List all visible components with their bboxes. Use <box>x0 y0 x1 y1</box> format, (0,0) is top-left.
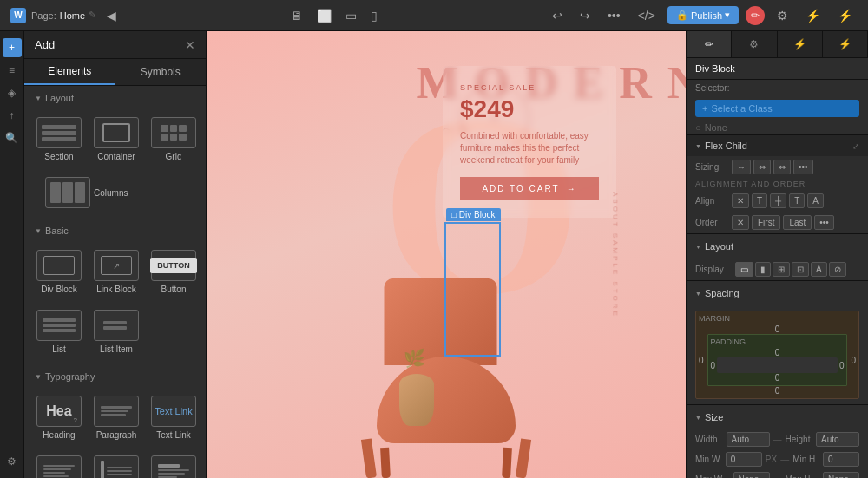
margin-top-value[interactable]: 0 <box>775 324 780 334</box>
canvas[interactable]: O MODERN ～～ R SPECIAL SALE $249 Combined… <box>207 31 686 478</box>
flex-child-collapse-icon[interactable]: ⤢ <box>852 141 859 151</box>
ecommerce-panel-button[interactable]: ⚡ <box>823 31 868 57</box>
undo-button[interactable]: ↩ <box>547 5 568 26</box>
listitem-element[interactable]: List Item <box>90 304 142 359</box>
publish-button[interactable]: 🔒 Publish ▾ <box>667 6 739 24</box>
align-btn-bottom[interactable]: T <box>789 193 805 208</box>
webflow-logo: W <box>10 8 26 23</box>
align-btn-x[interactable]: ✕ <box>732 193 749 208</box>
add-panel-tabs: Elements Symbols <box>24 59 206 86</box>
components-nav-button[interactable]: ◈ <box>3 83 22 102</box>
search-nav-button[interactable]: 🔍 <box>3 128 22 147</box>
back-button[interactable]: ◀ <box>102 5 122 26</box>
min-w-unit: PX <box>766 455 777 464</box>
vase-body <box>399 374 434 426</box>
lock-icon: 🔒 <box>676 10 688 21</box>
width-input[interactable] <box>727 432 770 447</box>
linkblock-icon <box>94 250 139 281</box>
order-btn-first[interactable]: First <box>752 215 780 230</box>
navigator-button[interactable]: ≡ <box>3 61 22 80</box>
redo-button[interactable]: ↪ <box>575 5 595 26</box>
list-label: List <box>52 344 66 354</box>
paragraph-element[interactable]: Paragraph <box>90 390 142 445</box>
align-btn-top[interactable]: T <box>752 193 767 208</box>
select-class-button[interactable]: + Select a Class <box>695 100 859 117</box>
width-row: Width — Height <box>687 429 868 449</box>
add-to-cart-button[interactable]: ADD TO CART → <box>460 177 599 200</box>
margin-left-value[interactable]: 0 <box>699 356 704 365</box>
max-separator: — <box>773 475 782 478</box>
style-button[interactable]: ✏ <box>746 6 765 25</box>
style-panel-button[interactable]: ✏ <box>687 31 732 57</box>
desktop-view-button[interactable]: 🖥 <box>287 5 306 26</box>
padding-box: PADDING 0 0 0 0 <box>707 334 848 386</box>
min-h-input[interactable] <box>823 452 859 467</box>
components-button[interactable]: ⚡ <box>800 5 825 26</box>
textblock-element[interactable]: Text Block <box>33 450 85 478</box>
more-button[interactable]: ••• <box>602 5 626 26</box>
display-btn-inline[interactable]: A <box>811 262 827 277</box>
layout-section-header[interactable]: Layout <box>687 234 868 259</box>
display-btn-none[interactable]: ⊘ <box>829 262 846 277</box>
ecommerce-button[interactable]: ⚡ <box>832 5 858 26</box>
order-btn-x[interactable]: ✕ <box>732 215 749 230</box>
grid-element[interactable]: Grid <box>148 112 200 167</box>
richtext-element[interactable]: Rich Text <box>148 450 200 478</box>
add-panel-close-button[interactable]: ✕ <box>185 39 195 51</box>
chair-leg-4 <box>502 448 512 478</box>
align-btn-center[interactable]: ┼ <box>770 193 786 208</box>
padding-right-value[interactable]: 0 <box>839 361 845 370</box>
padding-top-value[interactable]: 0 <box>775 348 780 357</box>
divblock-element[interactable]: Div Block <box>33 245 85 299</box>
container-element[interactable]: Container <box>90 112 142 167</box>
linkblock-element[interactable]: Link Block <box>90 245 142 299</box>
display-btn-inline-block[interactable]: ▮ <box>755 262 771 277</box>
max-h-input[interactable] <box>823 472 859 478</box>
sizing-btn-shrink[interactable]: ↔ <box>732 160 751 174</box>
settings-button[interactable]: ⚙ <box>772 5 793 26</box>
button-element[interactable]: BUTTON Button <box>148 245 200 299</box>
sizing-btn-more[interactable]: ••• <box>793 160 813 174</box>
display-btn-flex[interactable]: ⊞ <box>773 262 790 277</box>
textlink-element[interactable]: Text Link Text Link <box>148 390 200 445</box>
size-section: Size Width — Height Min W PX — Min H <box>687 405 868 478</box>
blockquote-element[interactable]: Block Quote <box>90 450 142 478</box>
max-w-input[interactable] <box>733 472 770 478</box>
spacing-section-header[interactable]: Spacing <box>687 281 868 305</box>
margin-right-value[interactable]: 0 <box>851 356 856 365</box>
padding-left-value[interactable]: 0 <box>711 361 716 370</box>
mobile-portrait-button[interactable]: ▯ <box>367 5 381 26</box>
tablet-view-button[interactable]: ⬜ <box>313 5 335 26</box>
order-btn-more[interactable]: ••• <box>814 215 834 230</box>
tab-elements[interactable]: Elements <box>24 59 115 85</box>
margin-bottom-value[interactable]: 0 <box>775 386 780 396</box>
button-icon: BUTTON <box>151 250 196 281</box>
basic-section-label: Basic <box>24 219 206 239</box>
interactions-panel-button[interactable]: ⚡ <box>778 31 823 57</box>
code-view-button[interactable]: </> <box>633 5 661 26</box>
size-section-header[interactable]: Size <box>687 405 868 429</box>
typography-elements-grid: Hea ? Heading Paragraph <box>24 385 206 478</box>
list-element[interactable]: List <box>33 304 85 359</box>
settings-nav-button[interactable]: ⚙ <box>3 452 22 471</box>
mobile-landscape-button[interactable]: ▭ <box>342 5 360 26</box>
settings-panel-button[interactable]: ⚙ <box>732 31 777 57</box>
tab-symbols[interactable]: Symbols <box>115 59 207 85</box>
section-element[interactable]: Section <box>33 112 85 167</box>
sizing-btn-fill[interactable]: ⇔ <box>773 160 791 174</box>
align-btn-stretch[interactable]: A <box>807 193 824 208</box>
display-btn-grid[interactable]: ⊡ <box>792 262 809 277</box>
assets-button[interactable]: ↑ <box>3 106 22 125</box>
heading-element[interactable]: Hea ? Heading <box>33 390 85 445</box>
height-input[interactable] <box>816 432 859 447</box>
display-btn-block[interactable]: ▭ <box>735 262 753 277</box>
columns-element[interactable]: Columns <box>33 172 200 213</box>
plus-icon: + <box>702 103 707 114</box>
add-panel-button[interactable]: + <box>3 38 22 57</box>
page-name[interactable]: Home <box>60 10 85 21</box>
selected-div-block[interactable]: □ Div Block <box>444 222 501 357</box>
order-btn-last[interactable]: Last <box>783 215 812 230</box>
min-w-input[interactable] <box>726 452 762 467</box>
sizing-btn-grow[interactable]: ⇔ <box>753 160 771 174</box>
padding-bottom-value[interactable]: 0 <box>775 373 780 383</box>
